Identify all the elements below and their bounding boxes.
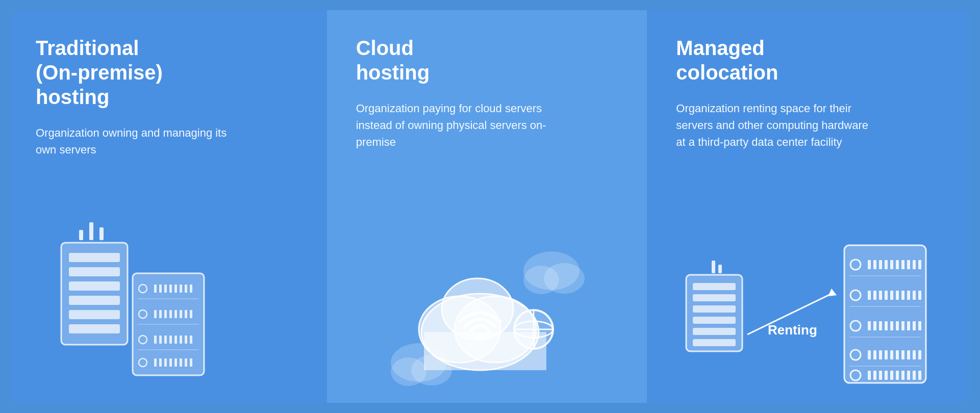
svg-rect-33	[159, 335, 162, 344]
svg-text:Renting: Renting	[768, 322, 817, 338]
svg-rect-131	[885, 371, 888, 380]
panel-3-description: Organization renting space for their ser…	[676, 100, 880, 150]
svg-rect-28	[185, 310, 187, 318]
svg-rect-108	[890, 321, 893, 330]
panel-cloud: Cloudhosting Organization paying for clo…	[331, 10, 650, 403]
svg-rect-24	[164, 310, 167, 318]
svg-rect-107	[885, 321, 888, 330]
svg-rect-35	[169, 335, 172, 344]
panel-2-title: Cloudhosting	[356, 36, 624, 85]
svg-rect-34	[164, 335, 167, 344]
svg-rect-109	[896, 321, 899, 330]
svg-rect-110	[901, 321, 904, 330]
panel-traditional: Traditional(On-premise)hosting Organizat…	[10, 10, 330, 403]
svg-rect-121	[896, 350, 899, 359]
svg-rect-43	[159, 358, 162, 367]
svg-rect-100	[913, 291, 916, 300]
svg-rect-32	[154, 335, 157, 344]
svg-rect-29	[190, 310, 192, 318]
svg-rect-135	[907, 371, 910, 380]
svg-point-52	[523, 266, 559, 294]
svg-rect-124	[913, 350, 916, 359]
svg-rect-49	[190, 358, 192, 367]
svg-rect-26	[174, 310, 177, 318]
panel-3-title: Managedcolocation	[676, 36, 944, 85]
svg-rect-130	[879, 371, 882, 380]
cloud-illustration	[383, 230, 597, 395]
svg-rect-97	[896, 291, 899, 300]
svg-rect-120	[890, 350, 893, 359]
svg-rect-137	[918, 371, 921, 380]
svg-rect-7	[69, 296, 120, 305]
svg-rect-94	[879, 291, 882, 300]
main-container: Traditional(On-premise)hosting Organizat…	[0, 0, 980, 413]
svg-point-61	[478, 334, 483, 340]
svg-rect-95	[885, 291, 888, 300]
svg-rect-46	[174, 358, 177, 367]
svg-rect-122	[901, 350, 904, 359]
svg-rect-72	[693, 317, 736, 324]
svg-rect-1	[99, 227, 104, 240]
svg-point-59	[442, 278, 513, 340]
svg-rect-6	[69, 281, 120, 291]
svg-rect-47	[180, 358, 182, 367]
svg-rect-84	[890, 260, 893, 269]
panel-1-title: Traditional(On-premise)hosting	[36, 36, 304, 109]
svg-rect-66	[712, 261, 715, 273]
svg-rect-117	[873, 350, 876, 359]
svg-rect-112	[913, 321, 916, 330]
svg-rect-69	[693, 283, 736, 290]
svg-rect-42	[154, 358, 157, 367]
svg-point-55	[391, 357, 426, 386]
svg-rect-14	[164, 285, 167, 293]
svg-rect-5	[69, 267, 120, 276]
svg-rect-13	[159, 285, 162, 293]
svg-rect-48	[185, 358, 187, 367]
svg-marker-76	[828, 289, 837, 296]
svg-rect-133	[896, 371, 899, 380]
svg-rect-105	[873, 321, 876, 330]
svg-point-79	[850, 260, 861, 270]
svg-rect-67	[718, 265, 722, 273]
svg-rect-15	[169, 285, 172, 293]
panel-colocation: Managedcolocation Organization renting s…	[650, 10, 970, 403]
svg-point-41	[139, 358, 147, 367]
svg-rect-18	[185, 285, 187, 293]
svg-rect-12	[154, 285, 157, 293]
svg-rect-128	[868, 371, 871, 380]
svg-rect-99	[907, 291, 910, 300]
svg-rect-111	[907, 321, 910, 330]
svg-rect-116	[868, 350, 871, 359]
svg-point-91	[850, 290, 861, 300]
svg-rect-45	[169, 358, 172, 367]
svg-rect-125	[918, 350, 921, 359]
svg-rect-44	[164, 358, 167, 367]
svg-rect-92	[868, 291, 871, 300]
svg-rect-129	[873, 371, 876, 380]
svg-rect-81	[873, 260, 876, 269]
svg-rect-39	[190, 335, 192, 344]
colocation-illustration: Renting	[650, 235, 970, 395]
svg-rect-23	[159, 310, 162, 318]
svg-rect-136	[913, 371, 916, 380]
svg-rect-134	[901, 371, 904, 380]
svg-rect-113	[918, 321, 921, 330]
svg-rect-2	[79, 230, 83, 240]
svg-rect-17	[180, 285, 182, 293]
panel-1-description: Organization owning and managing its own…	[36, 124, 240, 158]
svg-rect-71	[693, 305, 736, 313]
svg-rect-104	[868, 321, 871, 330]
svg-rect-106	[879, 321, 882, 330]
svg-rect-88	[913, 260, 916, 269]
svg-rect-123	[907, 350, 910, 359]
svg-rect-16	[174, 285, 177, 293]
svg-rect-85	[896, 260, 899, 269]
svg-rect-101	[918, 291, 921, 300]
svg-point-127	[850, 370, 861, 380]
svg-rect-82	[879, 260, 882, 269]
svg-rect-86	[901, 260, 904, 269]
svg-point-11	[139, 285, 147, 293]
svg-rect-87	[907, 260, 910, 269]
svg-rect-9	[69, 324, 120, 333]
svg-point-31	[139, 335, 147, 344]
